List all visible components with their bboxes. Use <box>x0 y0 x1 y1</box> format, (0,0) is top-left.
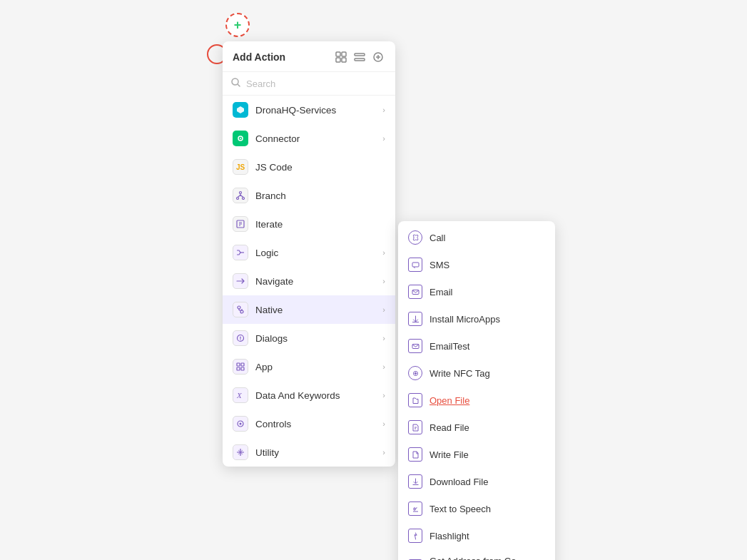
submenu-item-open-file[interactable]: Open File <box>398 387 555 414</box>
iterate-icon <box>233 216 248 232</box>
native-arrow: › <box>382 305 385 314</box>
menu-item-label-data-keywords: Data And Keywords <box>255 390 375 401</box>
logic-arrow: › <box>382 248 385 257</box>
submenu-item-email[interactable]: Email <box>398 278 555 305</box>
read-file-icon <box>408 420 422 434</box>
jscode-icon: JS <box>233 159 248 175</box>
download-file-icon <box>408 474 422 489</box>
svg-rect-0 <box>336 52 340 56</box>
menu-item-dronahq[interactable]: DronaHQ-Services › <box>223 96 395 124</box>
header-icons <box>334 50 385 64</box>
menu-item-iterate[interactable]: Iterate <box>223 210 395 238</box>
submenu-label-get-address: Get Address from Co-ordinates <box>430 556 545 560</box>
add-action-button[interactable]: + <box>225 13 250 37</box>
menu-item-app[interactable]: App › <box>223 352 395 381</box>
svg-point-12 <box>243 198 245 200</box>
menu-item-logic[interactable]: Logic › <box>223 238 395 267</box>
menu-item-label-controls: Controls <box>255 419 375 429</box>
menu-item-label-iterate: Iterate <box>255 219 385 230</box>
menu-item-controls[interactable]: Controls › <box>223 409 395 438</box>
svg-rect-17 <box>237 363 240 366</box>
dronahq-arrow: › <box>382 106 385 114</box>
emailtest-icon <box>408 339 422 353</box>
submenu-label-email: Email <box>430 287 453 297</box>
submenu-label-download-file: Download File <box>430 477 488 487</box>
submenu-item-get-address[interactable]: Get Address from Co-ordinates <box>398 549 555 560</box>
navigate-icon <box>233 273 248 289</box>
submenu-label-sms: SMS <box>430 260 449 270</box>
open-file-icon <box>408 393 422 407</box>
svg-point-15 <box>240 310 243 313</box>
call-icon <box>408 230 422 245</box>
svg-point-7 <box>232 78 238 85</box>
menu-item-label-connector: Connector <box>255 133 375 144</box>
data-keywords-arrow: › <box>382 391 385 399</box>
controls-icon <box>233 416 248 432</box>
search-icon <box>231 78 240 89</box>
submenu-item-flashlight[interactable]: Flashlight <box>398 522 555 549</box>
svg-text:X: X <box>236 391 243 399</box>
svg-point-14 <box>238 306 240 309</box>
submenu-item-sms[interactable]: SMS <box>398 251 555 278</box>
menu-item-label-jscode: JS Code <box>255 162 385 173</box>
app-arrow: › <box>382 362 385 371</box>
connector-arrow: › <box>382 134 385 143</box>
submenu-label-emailtest: EmailTest <box>430 341 469 352</box>
search-bar <box>223 72 395 96</box>
data-keywords-icon: X <box>233 387 248 403</box>
svg-rect-2 <box>336 58 340 62</box>
svg-point-11 <box>237 198 239 200</box>
controls-arrow: › <box>382 419 385 428</box>
submenu-label-call: Call <box>430 233 445 243</box>
svg-rect-19 <box>237 367 240 370</box>
menu-item-connector[interactable]: Connector › <box>223 124 395 153</box>
svg-rect-5 <box>355 58 365 61</box>
submenu-item-download-file[interactable]: Download File <box>398 468 555 495</box>
submenu-item-write-file[interactable]: Write File <box>398 441 555 468</box>
flashlight-icon <box>408 529 422 543</box>
dialogs-icon <box>233 330 248 346</box>
navigate-arrow: › <box>382 277 385 285</box>
svg-point-9 <box>240 138 241 139</box>
svg-rect-24 <box>412 263 419 267</box>
add-action-dropdown: Add Action <box>223 41 395 467</box>
svg-point-23 <box>240 423 242 425</box>
menu-item-utility[interactable]: Utility › <box>223 438 395 467</box>
write-file-icon <box>408 447 422 462</box>
menu-item-native[interactable]: Native › <box>223 295 395 324</box>
submenu-label-open-file: Open File <box>430 395 469 406</box>
submenu-item-emailtest[interactable]: EmailTest <box>398 332 555 360</box>
menu-item-dialogs[interactable]: Dialogs › <box>223 324 395 352</box>
submenu-item-install-microapps[interactable]: Install MicroApps <box>398 305 555 332</box>
menu-item-navigate[interactable]: Navigate › <box>223 267 395 295</box>
text-to-speech-icon <box>408 502 422 516</box>
sms-icon <box>408 258 422 272</box>
menu-item-data-keywords[interactable]: X Data And Keywords › <box>223 381 395 409</box>
submenu-item-read-file[interactable]: Read File <box>398 414 555 441</box>
menu-item-label-navigate: Navigate <box>255 276 375 287</box>
header-icon-2[interactable] <box>352 50 367 64</box>
menu-item-label-branch: Branch <box>255 190 385 201</box>
install-microapps-icon <box>408 312 422 326</box>
dropdown-header: Add Action <box>223 41 395 72</box>
menu-item-jscode[interactable]: JS JS Code <box>223 153 395 181</box>
native-icon <box>233 302 248 317</box>
menu-item-label-logic: Logic <box>255 248 375 258</box>
svg-rect-4 <box>355 54 365 56</box>
submenu-item-call[interactable]: Call <box>398 224 555 251</box>
svg-rect-20 <box>241 367 244 370</box>
submenu-item-text-to-speech[interactable]: Text to Speech <box>398 495 555 522</box>
dronahq-icon <box>233 102 248 118</box>
dialogs-arrow: › <box>382 334 385 342</box>
submenu-item-write-nfc[interactable]: Write NFC Tag <box>398 360 555 387</box>
submenu-label-install-microapps: Install MicroApps <box>430 314 500 325</box>
connector-icon <box>233 131 248 146</box>
menu-item-branch[interactable]: Branch <box>223 181 395 210</box>
search-input[interactable] <box>246 78 387 89</box>
menu-item-label-utility: Utility <box>255 447 375 458</box>
header-icon-3[interactable] <box>371 50 385 64</box>
header-icon-1[interactable] <box>334 50 348 64</box>
menu-item-label-app: App <box>255 362 375 372</box>
svg-point-10 <box>240 192 242 194</box>
write-nfc-icon <box>408 366 422 380</box>
